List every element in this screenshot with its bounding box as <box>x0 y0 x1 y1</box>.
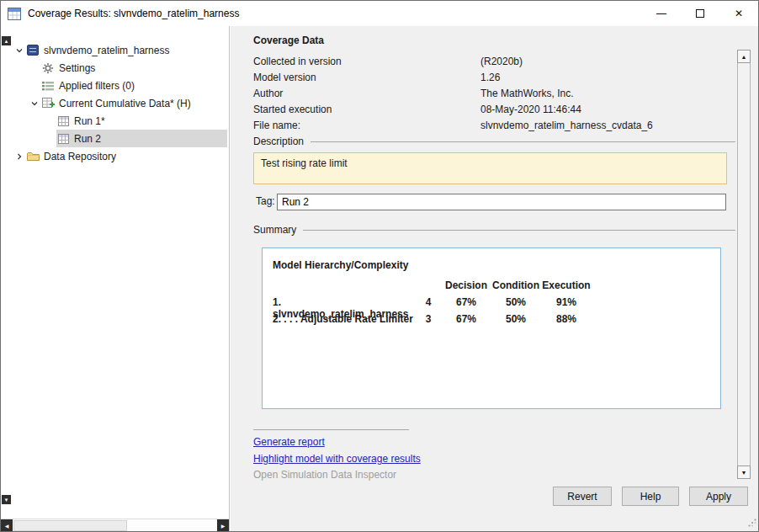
results-tree-pane: ▲ ▼ slvnvdemo_rateli <box>1 26 230 532</box>
run-data-icon <box>56 132 70 146</box>
row-execution: 88% <box>540 313 592 325</box>
gear-icon <box>41 61 55 75</box>
summary-table-title: Model Hierarchy/Complexity <box>263 248 720 271</box>
details-vertical-scrollbar[interactable]: ▲ ▼ <box>737 50 751 479</box>
tree-horizontal-scrollbar[interactable]: ◀ ▶ <box>1 519 229 532</box>
scroll-left-icon[interactable]: ◀ <box>1 519 13 532</box>
tree-item-applied-filters[interactable]: Applied filters (0) <box>13 77 227 94</box>
minimize-button[interactable]: — <box>642 1 681 26</box>
chevron-down-icon[interactable] <box>13 44 26 57</box>
column-execution: Execution <box>540 279 592 291</box>
field-value: 1.26 <box>480 72 500 83</box>
description-textarea[interactable]: Test rising rate limit <box>253 152 727 184</box>
summary-label: Summary <box>253 224 296 236</box>
tree-item-label: Data Repository <box>44 151 116 162</box>
close-icon: ✕ <box>735 8 743 19</box>
filter-list-icon <box>41 79 55 93</box>
scroll-down-icon[interactable]: ▼ <box>2 495 11 504</box>
scrollbar-thumb[interactable] <box>13 520 127 531</box>
field-label: File name: <box>253 120 480 131</box>
tree-item-run1[interactable]: Run 1* <box>13 112 227 130</box>
tree-item-run2[interactable]: Run 2 <box>13 130 227 147</box>
coverage-fields: Collected in version (R2020b) Model vers… <box>253 53 724 133</box>
section-divider <box>310 141 735 142</box>
help-button[interactable]: Help <box>622 487 679 506</box>
tree-item-label: Run 1* <box>74 115 105 127</box>
scroll-down-icon[interactable]: ▼ <box>737 466 751 479</box>
tree-item-current-cumulative-data[interactable]: Current Cumulative Data* (H) <box>13 94 227 112</box>
tree-item-root[interactable]: slvnvdemo_ratelim_harness <box>13 41 227 59</box>
chevron-placeholder <box>43 132 56 146</box>
row-name[interactable]: 2. . . . Adjustable Rate Limiter <box>273 313 416 325</box>
chevron-placeholder <box>43 114 56 128</box>
app-icon <box>8 8 21 20</box>
pane-heading: Coverage Data <box>253 35 324 46</box>
maximize-icon <box>696 9 704 18</box>
field-value: slvnvdemo_ratelim_harness_cvdata_6 <box>480 120 653 131</box>
summary-section: Summary <box>253 223 735 237</box>
tree-item-label: Run 2 <box>74 133 101 145</box>
open-sdi-link: Open Simulation Data Inspector <box>253 469 396 481</box>
chevron-down-icon[interactable] <box>28 97 41 110</box>
field-label: Collected in version <box>253 56 480 67</box>
window-controls: — ✕ <box>642 1 758 26</box>
scroll-up-icon[interactable]: ▲ <box>2 36 11 45</box>
scroll-up-icon[interactable]: ▲ <box>737 50 751 63</box>
cumulative-data-icon <box>41 97 55 110</box>
coverage-data-pane: Coverage Data Collected in version (R202… <box>231 26 758 531</box>
window-resize-grip[interactable] <box>748 518 756 529</box>
field-label: Author <box>253 88 480 99</box>
revert-button[interactable]: Revert <box>553 487 612 506</box>
folder-icon <box>26 150 40 163</box>
tree-item-label: Settings <box>59 62 95 74</box>
generate-report-link[interactable]: Generate report <box>253 436 325 449</box>
tag-label: Tag: <box>256 195 275 207</box>
tree-item-data-repository[interactable]: Data Repository <box>13 147 227 165</box>
chevron-right-icon[interactable] <box>13 150 26 163</box>
row-condition: 50% <box>491 313 540 325</box>
title-bar: Coverage Results: slvnvdemo_ratelim_harn… <box>1 1 758 26</box>
field-collected-version: Collected in version (R2020b) <box>253 53 724 69</box>
scroll-right-icon[interactable]: ▶ <box>217 519 229 532</box>
table-row[interactable]: 2. . . . Adjustable Rate Limiter 3 67% 5… <box>263 313 720 325</box>
column-condition: Condition <box>491 279 540 291</box>
field-author: Author The MathWorks, Inc. <box>253 85 724 101</box>
chevron-placeholder <box>28 61 41 75</box>
section-divider <box>303 230 735 231</box>
summary-report-panel: Model Hierarchy/Complexity Decision Cond… <box>262 247 721 409</box>
tree-vertical-scrollbar[interactable]: ▲ ▼ <box>2 36 11 504</box>
field-model-version: Model version 1.26 <box>253 69 724 85</box>
tree-item-settings[interactable]: Settings <box>13 59 227 77</box>
field-file-name: File name: slvnvdemo_ratelim_harness_cvd… <box>253 117 724 133</box>
field-value: The MathWorks, Inc. <box>480 88 573 99</box>
maximize-button[interactable] <box>681 1 719 26</box>
field-value: (R2020b) <box>480 56 523 67</box>
minimize-icon: — <box>656 8 666 19</box>
highlight-model-link[interactable]: Highlight model with coverage results <box>253 453 421 466</box>
row-complexity: 3 <box>416 313 441 325</box>
field-started-execution: Started execution 08-May-2020 11:46:44 <box>253 101 724 117</box>
scrollbar-track[interactable] <box>2 45 11 495</box>
tree-item-label: Current Cumulative Data* (H) <box>59 98 191 109</box>
column-decision: Decision <box>441 279 491 291</box>
window-title: Coverage Results: slvnvdemo_ratelim_harn… <box>28 8 239 19</box>
main-area: ▲ ▼ slvnvdemo_rateli <box>1 26 758 531</box>
description-label: Description <box>253 136 304 147</box>
close-button[interactable]: ✕ <box>719 1 758 26</box>
field-label: Model version <box>253 72 480 83</box>
apply-button[interactable]: Apply <box>689 487 748 506</box>
field-label: Started execution <box>253 104 480 115</box>
selected-row-highlight[interactable]: Run 2 <box>56 130 227 147</box>
results-tree: slvnvdemo_ratelim_harness <box>13 41 227 165</box>
table-row[interactable]: 1. slvnvdemo_ratelim_harness 4 67% 50% 9… <box>263 296 720 308</box>
model-icon <box>26 44 40 57</box>
tree-item-label: Applied filters (0) <box>59 80 135 92</box>
row-decision: 67% <box>441 313 491 325</box>
summary-table-header: Decision Condition Execution <box>263 279 720 291</box>
tag-input[interactable] <box>277 194 726 210</box>
tree-item-label: slvnvdemo_ratelim_harness <box>44 45 169 56</box>
description-section: Description <box>253 135 735 148</box>
scrollbar-track[interactable] <box>13 519 217 532</box>
run-data-icon <box>56 114 70 128</box>
scrollbar-thumb[interactable] <box>737 63 751 466</box>
